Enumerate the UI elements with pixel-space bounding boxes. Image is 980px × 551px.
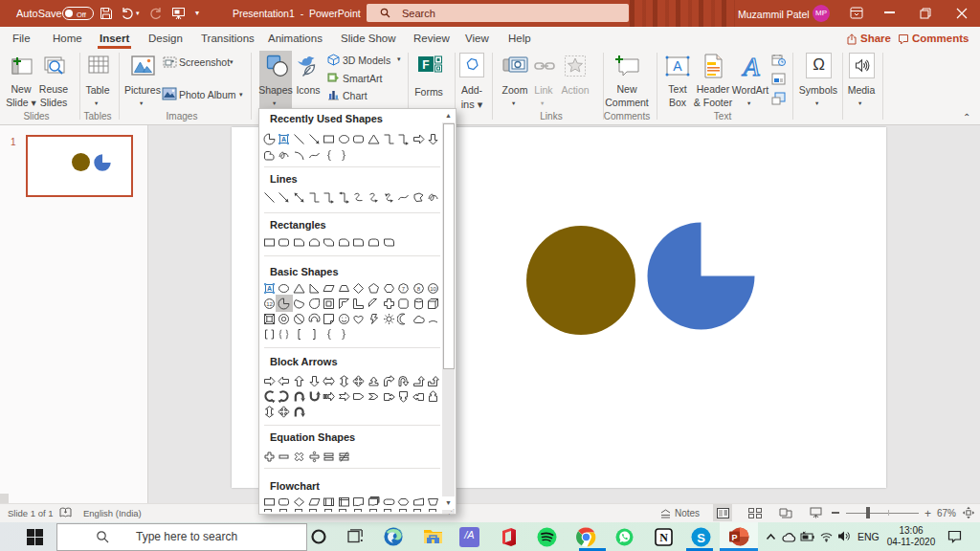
svg-text:F: F [422, 58, 429, 72]
svg-text:7: 7 [402, 286, 406, 292]
svg-text:A: A [673, 58, 682, 74]
svg-text:A: A [267, 285, 272, 292]
svg-text:A: A [281, 136, 286, 143]
svg-text:8: 8 [417, 286, 421, 292]
svg-text:10: 10 [431, 286, 437, 292]
svg-text:A: A [741, 53, 760, 79]
svg-text:P: P [731, 533, 737, 542]
svg-text:N: N [659, 531, 668, 544]
svg-text:12: 12 [266, 301, 273, 307]
svg-text:S: S [697, 531, 705, 545]
